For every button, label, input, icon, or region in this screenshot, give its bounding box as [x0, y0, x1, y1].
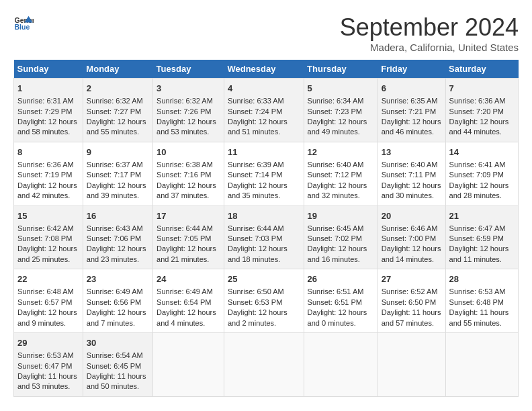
col-saturday: Saturday	[445, 60, 518, 79]
table-row: 8Sunrise: 6:36 AMSunset: 7:19 PMDaylight…	[14, 142, 83, 205]
table-row: 7Sunrise: 6:36 AMSunset: 7:20 PMDaylight…	[445, 79, 518, 142]
calendar-table: Sunday Monday Tuesday Wednesday Thursday…	[13, 60, 519, 397]
table-row: 13Sunrise: 6:40 AMSunset: 7:11 PMDayligh…	[378, 142, 445, 205]
table-row: 12Sunrise: 6:40 AMSunset: 7:12 PMDayligh…	[304, 142, 378, 205]
table-row: 22Sunrise: 6:48 AMSunset: 6:57 PMDayligh…	[14, 269, 83, 333]
table-row: 17Sunrise: 6:44 AMSunset: 7:05 PMDayligh…	[153, 205, 224, 269]
col-friday: Friday	[378, 60, 445, 79]
header-row: Sunday Monday Tuesday Wednesday Thursday…	[14, 60, 519, 79]
table-row	[445, 333, 518, 397]
col-sunday: Sunday	[14, 60, 83, 79]
table-row: 11Sunrise: 6:39 AMSunset: 7:14 PMDayligh…	[224, 142, 304, 205]
page-header: General Blue September 2024 Madera, Cali…	[13, 13, 519, 53]
table-row: 29Sunrise: 6:53 AMSunset: 6:47 PMDayligh…	[14, 333, 83, 397]
calendar-week-5: 29Sunrise: 6:53 AMSunset: 6:47 PMDayligh…	[14, 333, 519, 397]
table-row: 1Sunrise: 6:31 AMSunset: 7:29 PMDaylight…	[14, 79, 83, 142]
table-row: 10Sunrise: 6:38 AMSunset: 7:16 PMDayligh…	[153, 142, 224, 205]
table-row: 9Sunrise: 6:37 AMSunset: 7:17 PMDaylight…	[83, 142, 152, 205]
table-row: 15Sunrise: 6:42 AMSunset: 7:08 PMDayligh…	[14, 205, 83, 269]
table-row: 24Sunrise: 6:49 AMSunset: 6:54 PMDayligh…	[153, 269, 224, 333]
table-row: 23Sunrise: 6:49 AMSunset: 6:56 PMDayligh…	[83, 269, 152, 333]
table-row: 28Sunrise: 6:53 AMSunset: 6:48 PMDayligh…	[445, 269, 518, 333]
table-row: 20Sunrise: 6:46 AMSunset: 7:00 PMDayligh…	[378, 205, 445, 269]
col-monday: Monday	[83, 60, 152, 79]
page-subtitle: Madera, California, United States	[340, 42, 519, 53]
table-row: 4Sunrise: 6:33 AMSunset: 7:24 PMDaylight…	[224, 79, 304, 142]
table-row: 21Sunrise: 6:47 AMSunset: 6:59 PMDayligh…	[445, 205, 518, 269]
table-row	[224, 333, 304, 397]
table-row: 14Sunrise: 6:41 AMSunset: 7:09 PMDayligh…	[445, 142, 518, 205]
page-title: September 2024	[340, 13, 519, 42]
table-row	[304, 333, 378, 397]
table-row	[153, 333, 224, 397]
table-row	[378, 333, 445, 397]
table-row: 6Sunrise: 6:35 AMSunset: 7:21 PMDaylight…	[378, 79, 445, 142]
col-thursday: Thursday	[304, 60, 378, 79]
calendar-week-1: 1Sunrise: 6:31 AMSunset: 7:29 PMDaylight…	[14, 79, 519, 142]
calendar-week-3: 15Sunrise: 6:42 AMSunset: 7:08 PMDayligh…	[14, 205, 519, 269]
table-row: 27Sunrise: 6:52 AMSunset: 6:50 PMDayligh…	[378, 269, 445, 333]
col-tuesday: Tuesday	[153, 60, 224, 79]
table-row: 25Sunrise: 6:50 AMSunset: 6:53 PMDayligh…	[224, 269, 304, 333]
title-area: September 2024 Madera, California, Unite…	[340, 13, 519, 53]
table-row: 18Sunrise: 6:44 AMSunset: 7:03 PMDayligh…	[224, 205, 304, 269]
table-row: 2Sunrise: 6:32 AMSunset: 7:27 PMDaylight…	[83, 79, 152, 142]
svg-text:Blue: Blue	[15, 23, 30, 31]
table-row: 30Sunrise: 6:54 AMSunset: 6:45 PMDayligh…	[83, 333, 152, 397]
logo: General Blue	[13, 13, 34, 34]
table-row: 16Sunrise: 6:43 AMSunset: 7:06 PMDayligh…	[83, 205, 152, 269]
col-wednesday: Wednesday	[224, 60, 304, 79]
calendar-week-2: 8Sunrise: 6:36 AMSunset: 7:19 PMDaylight…	[14, 142, 519, 205]
table-row: 5Sunrise: 6:34 AMSunset: 7:23 PMDaylight…	[304, 79, 378, 142]
table-row: 3Sunrise: 6:32 AMSunset: 7:26 PMDaylight…	[153, 79, 224, 142]
logo-icon: General Blue	[13, 13, 34, 34]
table-row: 19Sunrise: 6:45 AMSunset: 7:02 PMDayligh…	[304, 205, 378, 269]
table-row: 26Sunrise: 6:51 AMSunset: 6:51 PMDayligh…	[304, 269, 378, 333]
calendar-week-4: 22Sunrise: 6:48 AMSunset: 6:57 PMDayligh…	[14, 269, 519, 333]
